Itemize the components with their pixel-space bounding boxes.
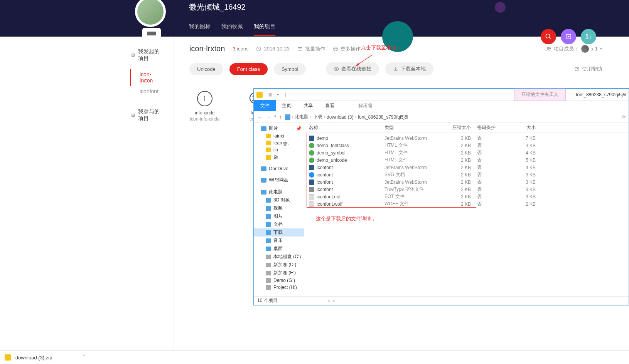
- file-pwd: 否: [474, 179, 505, 185]
- project-members[interactable]: 项目成员： x 1 ▾: [546, 45, 602, 53]
- mode-fontclass[interactable]: Font class: [229, 63, 268, 75]
- file-row[interactable]: demo_symbol HTML 文件 2 KB 否 4 KB: [304, 149, 629, 156]
- tree-item[interactable]: 音乐: [254, 237, 304, 245]
- col-size[interactable]: 大小: [505, 124, 539, 131]
- tree-item[interactable]: 视频: [254, 204, 304, 212]
- download-bar: download (3).zip ˆ: [0, 351, 629, 364]
- icon-classname: icon-info-circle: [189, 116, 220, 122]
- tree-item[interactable]: WPS网盘: [254, 176, 304, 184]
- tree-item[interactable]: 3D 对象: [254, 196, 304, 204]
- scroll-indicators[interactable]: < >: [328, 299, 335, 303]
- col-name[interactable]: 名称ˆ: [304, 124, 381, 131]
- file-size: 3 KB: [505, 194, 539, 200]
- tree-item[interactable]: lib: [254, 146, 304, 153]
- col-pwd[interactable]: 密码保护: [474, 124, 505, 131]
- up-button[interactable]: ↑: [279, 114, 282, 120]
- tree-item[interactable]: 图片📌: [254, 124, 304, 133]
- tree-item[interactable]: Project (H:): [254, 284, 304, 291]
- tab-my-projects[interactable]: 我的项目: [254, 23, 275, 36]
- ribbon-share[interactable]: 共享: [297, 100, 319, 111]
- file-row[interactable]: iconfont TrueType 字体文件 2 KB 否 3 KB: [304, 186, 629, 193]
- tree-item[interactable]: 桌面: [254, 245, 304, 253]
- contextual-tab[interactable]: 压缩的文件夹工具: [514, 89, 566, 101]
- ribbon-extract[interactable]: 解压缩: [352, 100, 378, 111]
- user-avatar-button[interactable]: 1↓: [581, 29, 596, 44]
- qat-divider: |: [282, 91, 289, 98]
- svg-point-23: [577, 70, 577, 70]
- file-row[interactable]: iconfont JetBrains WebStorm 2 KB 否 3 KB: [304, 178, 629, 186]
- avatar-robot[interactable]: [135, 0, 168, 46]
- chevron-up-icon[interactable]: ˆ: [83, 355, 84, 360]
- tree-item[interactable]: 杂: [254, 153, 304, 161]
- folder-icon: [266, 148, 271, 152]
- tree-item[interactable]: 此电脑: [254, 188, 304, 196]
- add-button[interactable]: [561, 29, 576, 44]
- download-filename[interactable]: download (3).zip: [15, 355, 52, 361]
- file-type-icon: [309, 187, 314, 192]
- file-list-panel: 名称ˆ 类型 压缩大小 密码保护 大小 demo JetBrains WebSt…: [304, 123, 629, 296]
- sidebar-item-iconfont[interactable]: iconfont: [131, 86, 162, 97]
- explorer-titlebar[interactable]: ▥ ▾ | 压缩的文件夹工具 font_886238_s790fqi5j5l: [254, 89, 629, 101]
- download-local-button[interactable]: 下载至本地: [385, 62, 433, 75]
- tab-my-favs[interactable]: 我的收藏: [221, 23, 243, 36]
- pin-icon: 📌: [296, 126, 302, 131]
- tree-item[interactable]: 图片: [254, 212, 304, 220]
- tree-item[interactable]: lainxi: [254, 133, 304, 139]
- back-button[interactable]: ←: [257, 114, 263, 120]
- tree-item[interactable]: 文档: [254, 220, 304, 228]
- ribbon-home[interactable]: 主页: [276, 100, 297, 111]
- crumb[interactable]: font_886238_s790fqi5j5l: [358, 114, 408, 120]
- forward-button[interactable]: →: [266, 114, 271, 120]
- file-type-icon: [309, 136, 314, 141]
- col-type[interactable]: 类型: [381, 124, 435, 131]
- file-row[interactable]: iconfont.eot EOT 文件 2 KB 否 3 KB: [304, 193, 629, 200]
- icon-card[interactable]: i info-circle icon-info-circle: [189, 91, 220, 122]
- file-row[interactable]: iconfont.woff WOFF 文件 2 KB 否 2 KB: [304, 200, 629, 208]
- mode-symbol[interactable]: Symbol: [274, 63, 306, 75]
- crumb[interactable]: download (3): [327, 114, 353, 120]
- ribbon-file[interactable]: 文件: [254, 100, 276, 111]
- icon-count-unit: icons: [237, 46, 248, 52]
- file-name: iconfont.woff: [317, 201, 342, 207]
- col-csize[interactable]: 压缩大小: [435, 124, 474, 131]
- file-row[interactable]: demo_unicode HTML 文件 2 KB 否 5 KB: [304, 156, 629, 164]
- status-text: 10 个项目: [257, 297, 278, 304]
- tree-item[interactable]: 本地磁盘 (C:): [254, 253, 304, 261]
- breadcrumb[interactable]: › 此电脑› 下载› download (3)› font_886238_s79…: [285, 114, 408, 120]
- tree-label: 下载: [273, 229, 283, 236]
- crumb[interactable]: 下载: [313, 114, 322, 120]
- tree-label: lainxi: [273, 133, 284, 139]
- batch-action[interactable]: 批量操作: [297, 45, 325, 52]
- folder-icon: [266, 155, 271, 160]
- file-row[interactable]: iconfont SVG 文档 2 KB 否 3 KB: [304, 171, 629, 178]
- file-type: WOFF 文件: [381, 201, 435, 207]
- file-row[interactable]: iconfont JetBrains WebStorm 2 KB 否 4 KB: [304, 164, 629, 171]
- help-button[interactable]: 使用帮助: [574, 65, 602, 72]
- tree-item[interactable]: 新加卷 (F:): [254, 269, 304, 277]
- tab-my-icons[interactable]: 我的图标: [189, 23, 211, 36]
- file-row[interactable]: demo_fontclass HTML 文件 2 KB 否 3 KB: [304, 142, 629, 149]
- mode-unicode[interactable]: Unicode: [189, 63, 223, 75]
- tree-item[interactable]: learngit: [254, 139, 304, 146]
- tree-item[interactable]: Demo (G:): [254, 277, 304, 284]
- qat-icon[interactable]: ▥: [266, 91, 273, 98]
- search-button[interactable]: [541, 29, 556, 44]
- refresh-button[interactable]: ⟳: [622, 114, 626, 120]
- tree-item[interactable]: 下载: [254, 228, 304, 237]
- sidebar-item-icon-lrxton[interactable]: icon-lrxton: [130, 69, 162, 86]
- tree-item[interactable]: OneDrive: [254, 165, 304, 172]
- tree-item[interactable]: 新加卷 (D:): [254, 261, 304, 269]
- folder-icon: [266, 255, 271, 259]
- nav-buttons: ← → ▾ ↑: [257, 114, 282, 120]
- file-size: 2 KB: [505, 201, 539, 207]
- recent-button[interactable]: ▾: [274, 114, 276, 120]
- qat-icon[interactable]: ▾: [274, 91, 281, 98]
- username: 微光倾城_16492: [189, 2, 246, 12]
- file-csize: 2 KB: [435, 194, 474, 200]
- file-csize: 2 KB: [435, 143, 474, 148]
- file-row[interactable]: demo JetBrains WebStorm 3 KB 否 7 KB: [304, 134, 629, 142]
- crumb[interactable]: 此电脑: [295, 114, 309, 120]
- more-action[interactable]: 更多操作: [333, 45, 361, 52]
- ribbon-view[interactable]: 查看: [319, 100, 341, 111]
- file-type: TrueType 字体文件: [381, 186, 435, 193]
